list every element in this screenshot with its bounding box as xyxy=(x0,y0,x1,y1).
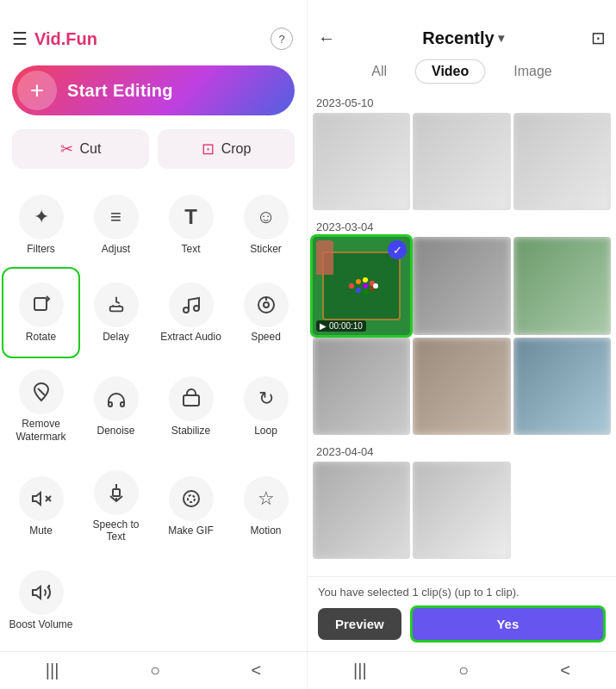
media-thumb[interactable] xyxy=(413,237,510,334)
menu-icon[interactable]: ☰ xyxy=(12,28,28,49)
yes-button[interactable]: Yes xyxy=(410,605,606,642)
left-nav-home-icon[interactable]: ○ xyxy=(150,661,160,680)
filters-icon: ✦ xyxy=(19,195,64,239)
media-thumb[interactable] xyxy=(413,338,510,435)
thumb-placeholder xyxy=(413,113,510,210)
tool-delay[interactable]: Delay xyxy=(78,269,153,357)
thumb-placeholder xyxy=(513,338,611,435)
left-nav-back-icon[interactable]: < xyxy=(252,661,262,680)
thumb-placeholder xyxy=(413,338,510,435)
media-thumb-selected[interactable]: ✓ ▶ 00:00:10 xyxy=(313,237,410,334)
selection-bar: You have selected 1 clip(s) (up to 1 cli… xyxy=(308,576,616,651)
media-grid-2023-05-10 xyxy=(313,113,611,210)
stabilize-label: Stabilize xyxy=(171,425,210,437)
thumb-placeholder xyxy=(413,237,510,334)
media-thumb[interactable] xyxy=(313,113,410,210)
speed-icon xyxy=(244,282,289,327)
crop-label: Crop xyxy=(221,141,252,157)
text-label: Text xyxy=(181,243,200,255)
preview-button[interactable]: Preview xyxy=(318,608,401,640)
denoise-label: Denoise xyxy=(96,425,134,437)
start-editing-button[interactable]: + Start Editing xyxy=(12,65,295,115)
crop-icon: ⊡ xyxy=(202,140,215,158)
cut-icon: ✂ xyxy=(60,140,73,158)
rotate-icon xyxy=(19,282,64,327)
svg-rect-1 xyxy=(109,306,122,311)
tool-extract-audio[interactable]: Extract Audio xyxy=(153,269,228,357)
media-thumb[interactable] xyxy=(513,237,611,334)
help-icon[interactable]: ? xyxy=(271,28,293,50)
filter-tabs: All Video Image xyxy=(308,55,616,88)
loop-label: Loop xyxy=(254,425,277,437)
tool-adjust[interactable]: ≡ Adjust xyxy=(78,181,153,269)
tool-mute[interactable]: Mute xyxy=(3,456,78,556)
tab-all[interactable]: All xyxy=(356,60,402,83)
crop-button[interactable]: ⊡ Crop xyxy=(158,129,295,169)
extract-audio-icon xyxy=(169,282,214,327)
denoise-icon xyxy=(94,376,139,421)
tool-speed[interactable]: Speed xyxy=(228,269,303,357)
svg-point-24 xyxy=(363,283,368,289)
make-gif-icon xyxy=(169,476,214,521)
quick-actions: ✂ Cut ⊡ Crop xyxy=(0,124,307,174)
media-thumb[interactable] xyxy=(513,338,611,435)
thumb-placeholder xyxy=(513,237,611,334)
tool-loop[interactable]: ↻ Loop xyxy=(228,357,303,456)
media-thumb[interactable] xyxy=(313,338,410,435)
thumb-placeholder xyxy=(313,462,410,559)
loop-icon: ↻ xyxy=(244,376,289,421)
right-header: ← Recently ▾ ⊡ xyxy=(308,21,616,55)
tab-video[interactable]: Video xyxy=(416,60,484,83)
tool-stabilize[interactable]: Stabilize xyxy=(153,357,228,456)
remove-watermark-icon xyxy=(19,369,64,414)
mute-icon xyxy=(19,476,64,521)
tool-make-gif[interactable]: Make GIF xyxy=(153,456,228,556)
left-panel: ☰ Vid.Fun ? + Start Editing ✂ Cut ⊡ Crop… xyxy=(0,0,308,689)
tool-remove-watermark[interactable]: Remove Watermark xyxy=(3,357,78,456)
svg-point-20 xyxy=(349,283,354,289)
filters-label: Filters xyxy=(27,243,55,255)
tab-image[interactable]: Image xyxy=(498,60,567,83)
motion-icon: ☆ xyxy=(244,476,289,521)
cut-button[interactable]: ✂ Cut xyxy=(12,129,149,169)
start-editing-label: Start Editing xyxy=(67,81,173,101)
media-thumb[interactable] xyxy=(413,462,510,559)
media-thumb[interactable] xyxy=(413,113,510,210)
left-nav-menu-icon[interactable]: ||| xyxy=(46,661,59,680)
media-thumb[interactable] xyxy=(313,462,410,559)
media-thumb[interactable] xyxy=(513,113,611,210)
delay-label: Delay xyxy=(103,331,129,343)
tool-speech-to-text[interactable]: Speech to Text xyxy=(78,456,153,556)
tool-filters[interactable]: ✦ Filters xyxy=(3,181,78,269)
thumb-placeholder xyxy=(413,462,510,559)
tool-boost-volume[interactable]: Boost Volume xyxy=(3,556,78,644)
speech-to-text-label: Speech to Text xyxy=(82,518,150,543)
right-nav-menu-icon[interactable]: ||| xyxy=(353,661,367,680)
tool-sticker[interactable]: ☺ Sticker xyxy=(228,181,303,269)
tools-grid: ✦ Filters ≡ Adjust T Text ☺ Sticker Ro xyxy=(0,174,307,651)
svg-line-7 xyxy=(38,388,45,395)
tool-rotate[interactable]: Rotate xyxy=(3,269,78,357)
right-nav-home-icon[interactable]: ○ xyxy=(458,661,469,680)
plus-circle: + xyxy=(17,71,57,110)
extract-audio-label: Extract Audio xyxy=(160,331,221,343)
tool-motion[interactable]: ☆ Motion xyxy=(228,456,303,556)
date-label-2023-03-04: 2023-03-04 xyxy=(313,215,611,237)
screenshot-icon[interactable]: ⊡ xyxy=(591,28,606,48)
video-icon-small: ▶ xyxy=(320,321,327,331)
thumb-placeholder xyxy=(313,338,410,435)
tool-denoise[interactable]: Denoise xyxy=(78,357,153,456)
selection-actions: Preview Yes xyxy=(318,605,606,642)
remove-watermark-label: Remove Watermark xyxy=(7,418,75,443)
mute-label: Mute xyxy=(29,525,53,537)
tool-text[interactable]: T Text xyxy=(153,181,228,269)
media-grid-2023-03-04: ✓ ▶ 00:00:10 xyxy=(313,237,611,435)
boost-volume-label: Boost Volume xyxy=(9,618,72,630)
thumb-placeholder xyxy=(513,113,611,210)
recently-dropdown[interactable]: Recently ▾ xyxy=(422,28,503,48)
speech-to-text-icon xyxy=(94,470,139,515)
delay-icon xyxy=(94,282,139,327)
right-nav-back-icon[interactable]: < xyxy=(560,661,570,680)
svg-rect-14 xyxy=(113,489,120,496)
back-button[interactable]: ← xyxy=(318,28,335,48)
